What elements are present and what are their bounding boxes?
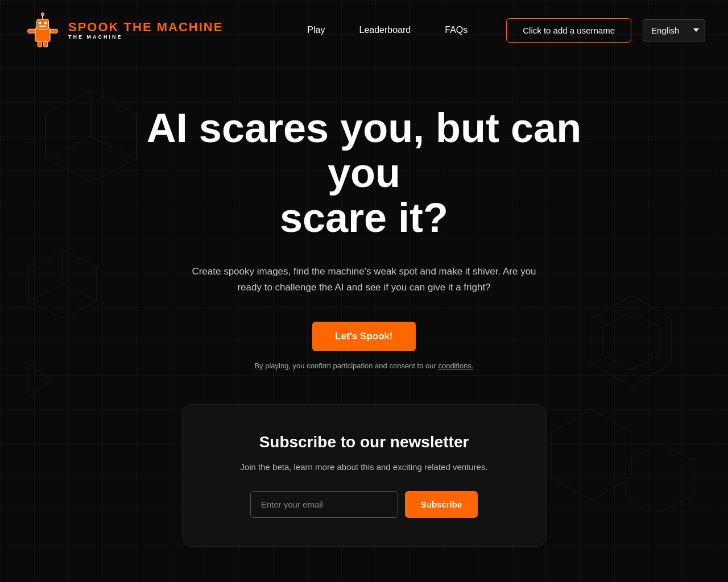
hero-heading-line1: AI scares you, but can you <box>147 105 581 196</box>
svg-rect-25 <box>44 41 48 47</box>
language-select[interactable]: English Deutsch Français Español <box>643 19 705 41</box>
svg-rect-23 <box>50 29 57 33</box>
svg-rect-17 <box>35 28 50 42</box>
nav-link-play[interactable]: Play <box>307 25 325 35</box>
hero-subtext: Create spooky images, find the machine's… <box>182 264 546 297</box>
header: SPOOK THE MACHINE THE MACHINE Play Leade… <box>0 0 728 60</box>
newsletter-title: Subscribe to our newsletter <box>217 433 511 451</box>
email-input[interactable] <box>250 491 398 518</box>
svg-rect-20 <box>44 22 47 24</box>
newsletter-description: Join the beta, learn more about this and… <box>217 460 511 474</box>
logo-area: SPOOK THE MACHINE THE MACHINE <box>23 10 223 50</box>
hero-heading-line2: scare it? <box>280 195 448 240</box>
svg-rect-24 <box>38 41 42 47</box>
nav-link-leaderboard[interactable]: Leaderboard <box>359 25 411 35</box>
svg-rect-22 <box>28 29 35 33</box>
svg-point-27 <box>41 13 44 15</box>
username-button[interactable]: Click to add a username <box>506 18 631 43</box>
hero-heading: AI scares you, but can you scare it? <box>136 106 592 241</box>
main-nav: Play Leaderboard FAQs <box>307 25 468 35</box>
logo-icon <box>23 10 63 50</box>
brand-name-sub: THE MACHINE <box>68 35 223 40</box>
brand-name-spook: SPOOK THE MACHINE <box>68 21 223 34</box>
svg-rect-18 <box>37 19 49 30</box>
lets-spook-button[interactable]: Let's Spook! <box>312 322 415 351</box>
consent-prefix: By playing, you confirm participation an… <box>254 361 438 370</box>
svg-rect-19 <box>39 22 41 24</box>
conditions-link[interactable]: conditions. <box>438 361 473 370</box>
nav-link-faqs[interactable]: FAQs <box>445 25 468 35</box>
svg-rect-21 <box>39 26 46 27</box>
consent-text: By playing, you confirm participation an… <box>254 361 473 370</box>
header-right: Click to add a username English Deutsch … <box>506 18 705 43</box>
subscribe-button[interactable]: Subscribe <box>405 491 478 518</box>
newsletter-section: Subscribe to our newsletter Join the bet… <box>182 404 546 547</box>
newsletter-form: Subscribe <box>217 491 511 518</box>
nav-wrapper: Play Leaderboard FAQs <box>223 25 506 35</box>
main-content: AI scares you, but can you scare it? Cre… <box>0 60 728 569</box>
